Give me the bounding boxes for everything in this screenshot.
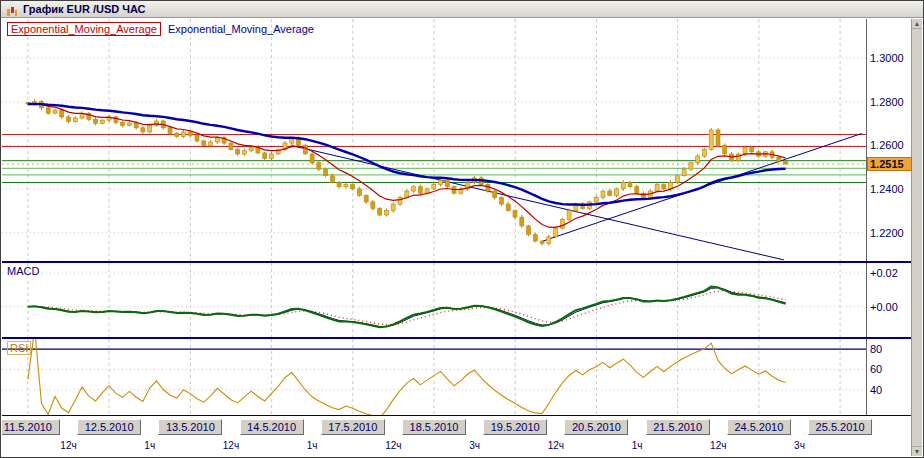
date-label: 18.5.2010 — [402, 419, 466, 435]
date-label: 17.5.2010 — [321, 419, 385, 435]
price-chart-canvas[interactable] — [2, 19, 866, 261]
date-label: 11.5.2010 — [2, 419, 60, 435]
chart-window-icon — [6, 3, 18, 15]
ema-fast-label[interactable]: Exponential_Moving_Average — [7, 22, 161, 36]
window-titlebar[interactable]: График EUR /USD ЧАС — [1, 1, 923, 18]
rsi-panel-row: RSI 806040 — [2, 339, 912, 415]
time-axis[interactable]: 11.5.201012.5.201013.5.201014.5.201017.5… — [2, 416, 912, 457]
chart-window: График EUR /USD ЧАС Exponential_Moving_A… — [0, 0, 924, 458]
price-axis: 1.2515 1.30001.28001.26001.24001.2200 — [866, 19, 912, 261]
axis-tick-label: 1.2400 — [870, 183, 904, 195]
current-price-badge: 1.2515 — [867, 157, 912, 171]
rsi-panel[interactable]: RSI — [2, 339, 866, 415]
hour-label: 3ч — [786, 440, 812, 451]
axis-tick-label: +0.02 — [870, 267, 898, 279]
ema-slow-label[interactable]: Exponential_Moving_Average — [168, 23, 314, 35]
macd-panel-row: MACD +0.02+0.00 — [2, 263, 912, 337]
hour-label: 12ч — [56, 440, 82, 451]
hour-label: 12ч — [543, 440, 569, 451]
chart-client-area: Exponential_Moving_Average Exponential_M… — [2, 19, 912, 456]
hour-label: 1ч — [299, 440, 325, 451]
macd-canvas[interactable] — [2, 263, 866, 337]
date-label: 14.5.2010 — [240, 419, 304, 435]
macd-axis: +0.02+0.00 — [866, 263, 912, 337]
date-label: 21.5.2010 — [646, 419, 710, 435]
rsi-canvas[interactable] — [2, 339, 866, 415]
vertical-scrollbar[interactable]: ▲ ▼ — [911, 19, 922, 456]
price-panel-row: Exponential_Moving_Average Exponential_M… — [2, 19, 912, 261]
hour-label: 12ч — [380, 440, 406, 451]
price-chart-panel[interactable]: Exponential_Moving_Average Exponential_M… — [2, 19, 866, 261]
axis-tick-label: 40 — [870, 384, 882, 396]
date-label: 25.5.2010 — [808, 419, 872, 435]
hour-label: 1ч — [624, 440, 650, 451]
hour-label: 1ч — [137, 440, 163, 451]
axis-tick-label: 1.2200 — [870, 227, 904, 239]
axis-tick-label: 1.3000 — [870, 52, 904, 64]
indicator-labels: Exponential_Moving_Average Exponential_M… — [7, 22, 314, 36]
scroll-up-icon[interactable]: ▲ — [912, 19, 922, 29]
macd-panel[interactable]: MACD — [2, 263, 866, 337]
axis-tick-label: 1.2800 — [870, 96, 904, 108]
hour-label: 12ч — [705, 440, 731, 451]
scroll-down-icon[interactable]: ▼ — [912, 446, 922, 456]
axis-tick-label: 80 — [870, 343, 882, 355]
hour-label: 3ч — [462, 440, 488, 451]
date-label: 20.5.2010 — [564, 419, 628, 435]
date-label: 12.5.2010 — [77, 419, 141, 435]
rsi-label[interactable]: RSI — [7, 341, 31, 355]
hour-label: 12ч — [218, 440, 244, 451]
axis-tick-label: +0.00 — [870, 301, 898, 313]
date-label: 24.5.2010 — [727, 419, 791, 435]
rsi-axis: 806040 — [866, 339, 912, 415]
axis-tick-label: 1.2600 — [870, 139, 904, 151]
axis-tick-label: 60 — [870, 363, 882, 375]
date-label: 19.5.2010 — [483, 419, 547, 435]
date-label: 13.5.2010 — [158, 419, 222, 435]
window-title: График EUR /USD ЧАС — [23, 3, 146, 15]
macd-label[interactable]: MACD — [7, 265, 39, 277]
